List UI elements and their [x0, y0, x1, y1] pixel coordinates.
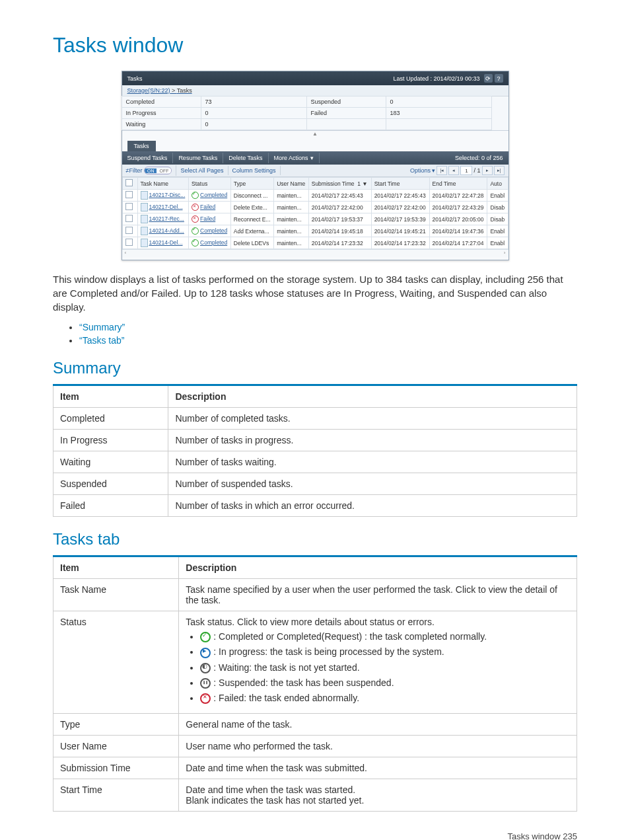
- intro-text: This window displays a list of tasks per…: [53, 272, 577, 314]
- task-row[interactable]: 140214-Del...CompletedDelete LDEVsmainte…: [122, 237, 508, 249]
- task-name-link[interactable]: 140217-Rec...: [149, 215, 184, 222]
- row-checkbox[interactable]: [125, 215, 133, 222]
- cell-item: Completed: [53, 408, 168, 430]
- task-row[interactable]: 140214-Add...CompletedAdd Externa...main…: [122, 225, 508, 237]
- task-row[interactable]: 140217-Disc...CompletedDisconnect ...mai…: [122, 190, 508, 202]
- cell-start-time: 2014/02/14 19:45:21: [371, 225, 429, 237]
- completed-icon: [192, 239, 199, 247]
- cell-end-time: 2014/02/17 20:05:00: [429, 213, 487, 225]
- col-type[interactable]: Type: [230, 178, 273, 190]
- col-auto[interactable]: Auto: [487, 178, 508, 190]
- breadcrumb-sep: >: [170, 87, 177, 94]
- more-actions-button[interactable]: More Actions▾: [269, 153, 320, 163]
- completed-icon: [192, 227, 199, 235]
- breadcrumb-leaf: Tasks: [177, 87, 192, 94]
- summary-waiting-value: 0: [201, 118, 307, 130]
- task-name-link[interactable]: 140217-Disc...: [149, 192, 186, 198]
- task-icon: [141, 239, 148, 247]
- cell-desc: Number of tasks waiting.: [168, 451, 577, 473]
- cell-desc: Task name specified by a user when the u…: [179, 579, 577, 611]
- page-next-button[interactable]: ▸: [482, 166, 493, 175]
- cell-item: Suspended: [53, 473, 168, 495]
- cell-end-time: 2014/02/17 22:43:29: [429, 202, 487, 213]
- summary-failed-value: 183: [386, 107, 492, 119]
- refresh-icon[interactable]: ⟳: [484, 74, 493, 83]
- filter-toggle[interactable]: ON OFF: [144, 167, 172, 174]
- summary-failed-label: Failed: [306, 107, 386, 119]
- breadcrumb[interactable]: Storage(S/N:22) > Tasks: [122, 85, 508, 96]
- page-last-button[interactable]: ▸|: [494, 166, 505, 175]
- status-link[interactable]: Completed: [200, 227, 227, 234]
- table-row: CompletedNumber of completed tasks.: [53, 408, 577, 430]
- cell-desc: Task status. Click to view more details …: [179, 611, 577, 714]
- tasks-col-desc: Description: [179, 556, 577, 579]
- status-link[interactable]: Failed: [200, 204, 215, 210]
- resume-tasks-button[interactable]: Resume Tasks: [173, 153, 223, 163]
- section-links: “Summary” “Tasks tab”: [53, 322, 577, 346]
- suspend-tasks-button[interactable]: Suspend Tasks: [122, 153, 174, 163]
- task-icon: [141, 215, 148, 223]
- row-checkbox[interactable]: [125, 227, 133, 234]
- tasks-col-item: Item: [53, 556, 179, 579]
- link-summary[interactable]: “Summary”: [79, 322, 125, 332]
- task-name-link[interactable]: 140217-Del...: [149, 204, 183, 210]
- cell-desc: Number of suspended tasks.: [168, 473, 577, 495]
- page-number-input[interactable]: 1: [460, 166, 472, 175]
- cell-end-time: 2014/02/17 22:47:28: [429, 190, 487, 202]
- cell-submission-time: 2014/02/17 22:45:43: [308, 190, 371, 202]
- horizontal-scrollbar[interactable]: ‹›: [122, 249, 508, 257]
- breadcrumb-root[interactable]: Storage(S/N:22): [127, 87, 170, 94]
- cell-item: Waiting: [53, 451, 168, 473]
- cell-item: Failed: [53, 495, 168, 517]
- page-first-button[interactable]: |◂: [437, 166, 447, 175]
- task-icon: [141, 227, 148, 235]
- col-task-name[interactable]: Task Name: [137, 178, 189, 190]
- task-row[interactable]: 140217-Rec...FailedReconnect E...mainten…: [122, 213, 508, 225]
- table-row: Type General name of the task.: [53, 714, 577, 736]
- table-row: Task Name Task name specified by a user …: [53, 579, 577, 611]
- waiting-icon: [200, 663, 211, 673]
- page-footer: Tasks window 235: [53, 831, 577, 840]
- cell-desc: Date and time when the task was started.…: [179, 779, 577, 812]
- col-end-time[interactable]: End Time: [429, 178, 487, 190]
- cell-type: Reconnect E...: [230, 213, 273, 225]
- col-submission-time[interactable]: Submission Time 1 ▼: [308, 178, 371, 190]
- status-link[interactable]: Failed: [200, 215, 215, 222]
- summary-heading: Summary: [53, 359, 577, 377]
- help-icon[interactable]: ?: [495, 74, 503, 83]
- filter-button[interactable]: ≠Filter ON OFF: [122, 165, 177, 176]
- failed-icon: [192, 215, 199, 223]
- summary-table: Item Description CompletedNumber of comp…: [53, 384, 577, 517]
- row-checkbox[interactable]: [125, 239, 133, 246]
- checkbox-all[interactable]: [125, 179, 133, 186]
- tab-tasks[interactable]: Tasks: [127, 141, 156, 151]
- tasks-toolbar: Suspend Tasks Resume Tasks Delete Tasks …: [122, 151, 508, 165]
- row-checkbox[interactable]: [125, 203, 133, 210]
- col-start-time[interactable]: Start Time: [371, 178, 429, 190]
- summary-waiting-label: Waiting: [122, 118, 201, 130]
- link-tasks-tab[interactable]: “Tasks tab”: [79, 335, 124, 346]
- task-row[interactable]: 140217-Del...FailedDelete Exte...mainten…: [122, 202, 508, 213]
- task-name-link[interactable]: 140214-Del...: [149, 239, 183, 246]
- status-link[interactable]: Completed: [200, 239, 227, 246]
- table-row: Submission Time Date and time when the t…: [53, 757, 577, 779]
- col-status[interactable]: Status: [189, 178, 231, 190]
- column-settings-button[interactable]: Column Settings: [228, 166, 281, 175]
- options-button[interactable]: Options ▾: [410, 167, 436, 174]
- cell-desc: Number of completed tasks.: [168, 408, 577, 430]
- task-name-link[interactable]: 140214-Add...: [149, 227, 184, 234]
- table-row: In ProgressNumber of tasks in progress.: [53, 430, 577, 451]
- row-checkbox[interactable]: [125, 191, 133, 198]
- select-all-pages-button[interactable]: Select All Pages: [176, 166, 228, 175]
- summary-suspended-value: 0: [386, 96, 492, 108]
- delete-tasks-button[interactable]: Delete Tasks: [223, 153, 268, 163]
- cell-item: Type: [53, 714, 179, 736]
- summary-col-desc: Description: [168, 385, 577, 408]
- col-user-name[interactable]: User Name: [274, 178, 309, 190]
- cell-submission-time: 2014/02/14 19:45:18: [308, 225, 371, 237]
- cell-user: mainten...: [274, 190, 309, 202]
- failed-icon: [192, 204, 199, 211]
- completed-icon: [192, 192, 199, 199]
- page-prev-button[interactable]: ◂: [448, 166, 459, 175]
- status-link[interactable]: Completed: [200, 192, 227, 198]
